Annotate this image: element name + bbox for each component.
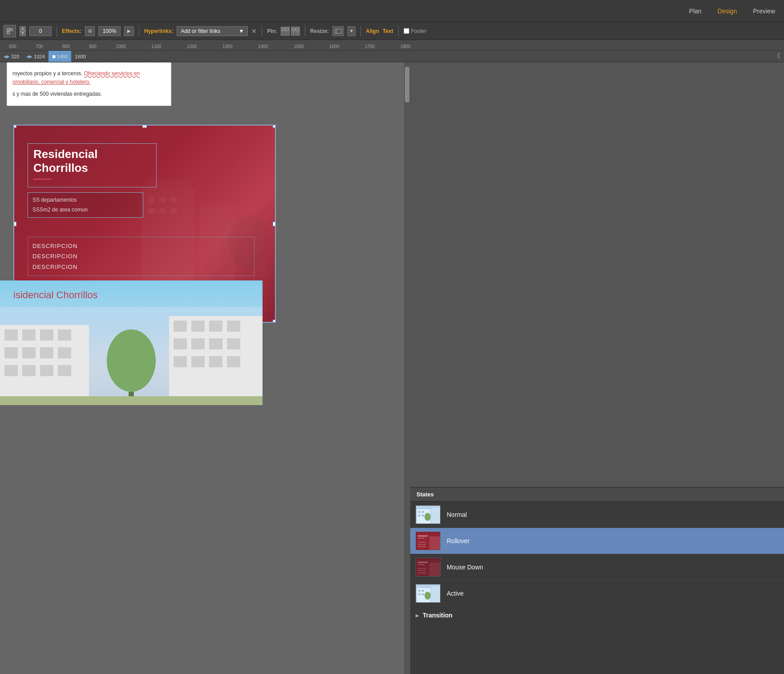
breakpoint-1600[interactable]: 1600 <box>71 51 89 62</box>
state-thumb-rollover <box>416 532 440 550</box>
nav-plan[interactable]: Plan <box>686 6 705 16</box>
svg-rect-64 <box>418 538 424 539</box>
hyperlinks-clear[interactable]: ✕ <box>251 28 257 35</box>
effects-play[interactable]: ▶ <box>124 26 134 36</box>
svg-rect-25 <box>22 329 36 341</box>
divider-4 <box>305 26 305 37</box>
effects-value[interactable] <box>98 26 121 36</box>
svg-rect-26 <box>40 329 53 341</box>
svg-rect-67 <box>418 546 426 547</box>
svg-rect-0 <box>7 28 9 31</box>
breakpoint-1450[interactable]: ◼ 1450 <box>48 51 71 62</box>
svg-rect-78 <box>431 586 440 602</box>
svg-rect-32 <box>4 365 18 376</box>
transition-section[interactable]: ▶ Transition <box>410 607 784 623</box>
divider-6 <box>398 26 399 37</box>
state-label-normal: Normal <box>447 511 467 518</box>
svg-rect-9 <box>335 29 341 33</box>
handle-mid-left[interactable] <box>13 222 16 226</box>
svg-rect-3 <box>282 28 285 31</box>
value-input[interactable]: 0 <box>29 26 52 36</box>
svg-rect-70 <box>429 563 440 577</box>
breakpoint-1024[interactable]: ◀▶ 1024 <box>23 51 48 62</box>
nav-preview[interactable]: Preview <box>749 6 779 16</box>
svg-point-59 <box>424 513 431 521</box>
breakpoint-320[interactable]: ◀▶ 320 <box>0 51 23 62</box>
footer-checkbox[interactable] <box>404 28 409 34</box>
footer-group: Footer <box>404 28 427 34</box>
align-label[interactable]: Align <box>366 28 379 34</box>
svg-rect-82 <box>422 593 424 595</box>
text-section: royectos propios y a terceros. Ofreciend… <box>7 62 171 106</box>
svg-rect-51 <box>0 396 263 405</box>
svg-rect-17 <box>170 197 177 203</box>
nav-design[interactable]: Design <box>714 6 741 16</box>
text-label[interactable]: Text <box>383 28 393 34</box>
state-item-rollover[interactable]: Rollover <box>410 528 784 554</box>
svg-rect-55 <box>418 511 420 513</box>
svg-rect-71 <box>418 562 428 563</box>
pin-icon-1[interactable] <box>281 27 290 36</box>
canvas[interactable]: royectos propios y a terceros. Ofreciend… <box>0 62 410 674</box>
resize-icon-main[interactable] <box>332 26 344 36</box>
frame-icon[interactable] <box>4 25 16 37</box>
scrollbar-thumb[interactable] <box>405 67 409 102</box>
svg-rect-33 <box>22 365 36 376</box>
handle-mid-right[interactable] <box>273 222 276 226</box>
effects-icon[interactable]: ⊞ <box>85 26 95 36</box>
handle-top-center[interactable] <box>142 125 147 128</box>
spinner-up[interactable]: ▲ <box>20 26 26 31</box>
state-label-active: Active <box>447 590 464 597</box>
banner-desc-2: DESCRIPCION <box>32 251 250 261</box>
svg-rect-57 <box>418 515 420 516</box>
state-thumb-mousedown <box>416 558 440 577</box>
handle-bot-right[interactable] <box>273 320 276 323</box>
divider-5 <box>360 26 361 37</box>
ruler-1300: 1300 <box>222 44 232 49</box>
banner-stats-box: SS departamentos SSSm2 de area comun <box>28 192 143 218</box>
svg-rect-75 <box>418 572 426 573</box>
svg-rect-63 <box>418 536 428 536</box>
svg-rect-80 <box>422 590 424 592</box>
banner-desc-box: DESCRIPCION DESCRIPCION DESCRIPCION <box>28 237 255 276</box>
canvas-scrollbar[interactable] <box>404 62 410 674</box>
svg-rect-42 <box>191 338 205 349</box>
banner-title: Residencial Chorrillos <box>33 147 151 175</box>
svg-rect-66 <box>418 544 426 545</box>
resize-dropdown[interactable]: ▼ <box>348 26 356 36</box>
state-item-active[interactable]: Active <box>410 581 784 607</box>
svg-rect-35 <box>58 365 71 376</box>
main-area: royectos propios y a terceros. Ofreciend… <box>0 62 784 674</box>
spinner-down[interactable]: ▼ <box>20 31 26 36</box>
state-item-normal[interactable]: Normal <box>410 502 784 528</box>
svg-rect-56 <box>422 511 424 513</box>
text-line-1: royectos propios y a terceros. Ofreciend… <box>12 69 166 78</box>
svg-rect-58 <box>422 515 424 516</box>
bp-320-label: 320 <box>11 54 19 59</box>
collapse-button[interactable]: 《 <box>773 52 784 61</box>
nav-group: Plan Design Preview <box>686 6 779 16</box>
states-header: States <box>410 487 784 502</box>
photo-section: isidencial Chorrillos <box>0 280 263 405</box>
ruler: 600 700 800 900 1000 1100 1200 1300 1400… <box>0 40 784 51</box>
hyperlinks-dropdown[interactable]: Add or filter links ▼ <box>177 26 248 36</box>
state-thumb-active <box>416 584 440 603</box>
svg-rect-40 <box>227 321 240 332</box>
handle-top-left[interactable] <box>13 125 16 128</box>
banner-stat-1: SS departamentos <box>32 195 138 205</box>
state-item-mousedown[interactable]: Mouse Down <box>410 554 784 581</box>
svg-rect-6 <box>296 28 299 31</box>
ruler-1600: 1600 <box>329 44 339 49</box>
value-spinner[interactable]: ▲ ▼ <box>20 26 26 36</box>
svg-rect-44 <box>227 338 240 349</box>
svg-rect-41 <box>174 338 187 349</box>
svg-rect-38 <box>191 321 205 332</box>
pin-icon-2[interactable] <box>291 27 300 36</box>
svg-point-83 <box>424 592 431 600</box>
svg-point-49 <box>107 329 156 392</box>
svg-rect-4 <box>286 28 288 31</box>
handle-top-right[interactable] <box>273 125 276 128</box>
banner-desc-1: DESCRIPCION <box>32 241 250 251</box>
bp-1600-label: 1600 <box>75 54 85 59</box>
svg-rect-28 <box>4 347 18 358</box>
